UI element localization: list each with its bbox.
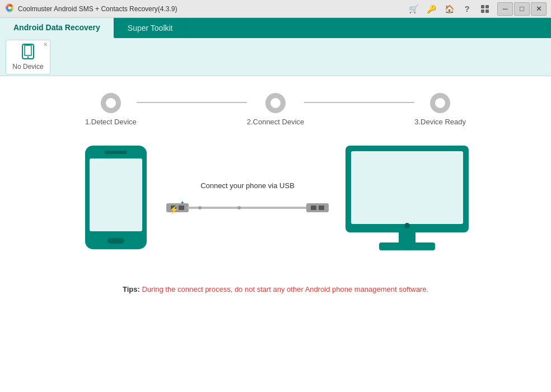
svg-rect-2 <box>481 5 484 8</box>
maximize-button[interactable]: □ <box>514 2 530 16</box>
device-tab[interactable]: ✕ No Device <box>6 40 50 74</box>
home-icon[interactable]: 🏠 <box>441 2 457 16</box>
svg-rect-13 <box>108 238 124 244</box>
step-1-label: 1.Detect Device <box>85 118 137 126</box>
step-1-circle <box>101 93 121 113</box>
svg-rect-27 <box>351 151 463 224</box>
grid-icon[interactable] <box>477 2 493 16</box>
usb-cable-area: Connect your phone via USB ⚡ ✦ <box>152 181 343 219</box>
svg-text:⚡: ⚡ <box>169 205 179 214</box>
svg-rect-20 <box>306 203 329 212</box>
svg-rect-7 <box>25 45 31 55</box>
phone-illustration <box>80 143 152 257</box>
close-button[interactable]: ✕ <box>531 2 547 16</box>
tips-area: Tips: During the connect process, do not… <box>123 285 428 293</box>
step-3-circle <box>430 93 450 113</box>
illustration: Connect your phone via USB ⚡ ✦ <box>80 143 471 257</box>
svg-rect-9 <box>26 44 30 45</box>
svg-point-1 <box>8 6 11 9</box>
device-phone-icon <box>21 44 35 62</box>
app-icon <box>4 3 15 15</box>
title-bar: Coolmuster Android SMS + Contacts Recove… <box>0 0 551 18</box>
step-2-circle <box>265 93 286 113</box>
tips-warning-text: During the connect process, do not start… <box>142 285 428 293</box>
key-icon[interactable]: 🔑 <box>423 2 439 16</box>
svg-rect-5 <box>485 10 489 13</box>
help-icon[interactable]: ? <box>459 2 475 16</box>
window-title: Coolmuster Android SMS + Contacts Recove… <box>18 5 405 13</box>
svg-rect-11 <box>90 158 142 231</box>
device-label: No Device <box>12 63 43 71</box>
svg-point-8 <box>27 56 29 58</box>
step-3: 3.Device Ready <box>414 93 466 126</box>
step-2-label: 2.Connect Device <box>247 118 305 126</box>
tab-super-toolkit[interactable]: Super Toolkit <box>114 18 187 38</box>
cart-icon[interactable]: 🛒 <box>405 2 421 16</box>
tab-android-data-recovery[interactable]: Android Data Recovery <box>0 18 114 38</box>
device-close-icon[interactable]: ✕ <box>43 41 48 48</box>
title-icons: 🛒 🔑 🏠 ? <box>405 2 493 16</box>
svg-point-30 <box>404 223 410 228</box>
svg-point-14 <box>120 151 123 154</box>
svg-rect-12 <box>105 151 127 154</box>
svg-rect-21 <box>311 206 316 210</box>
tips-label: Tips: <box>123 285 140 293</box>
device-area: ✕ No Device <box>0 38 551 76</box>
svg-rect-22 <box>319 206 324 210</box>
tab-bar: Android Data Recovery Super Toolkit <box>0 18 551 38</box>
step-3-label: 3.Device Ready <box>414 118 466 126</box>
svg-text:✦: ✦ <box>180 200 185 206</box>
svg-rect-29 <box>379 242 435 250</box>
usb-label: Connect your phone via USB <box>200 181 295 190</box>
steps-container: 1.Detect Device 2.Connect Device 3.Devic… <box>85 93 466 126</box>
minimize-button[interactable]: ─ <box>497 2 513 16</box>
svg-rect-3 <box>485 5 489 8</box>
svg-rect-17 <box>179 206 184 210</box>
main-content: 1.Detect Device 2.Connect Device 3.Devic… <box>0 76 551 392</box>
svg-rect-19 <box>188 207 308 209</box>
svg-rect-4 <box>481 10 484 13</box>
step-1: 1.Detect Device <box>85 93 137 126</box>
step-line-2 <box>304 102 414 103</box>
step-line-1 <box>137 102 247 103</box>
svg-rect-28 <box>399 232 415 244</box>
svg-point-25 <box>237 206 241 209</box>
monitor-illustration <box>343 143 471 257</box>
step-2: 2.Connect Device <box>247 93 305 126</box>
svg-point-24 <box>198 206 202 209</box>
